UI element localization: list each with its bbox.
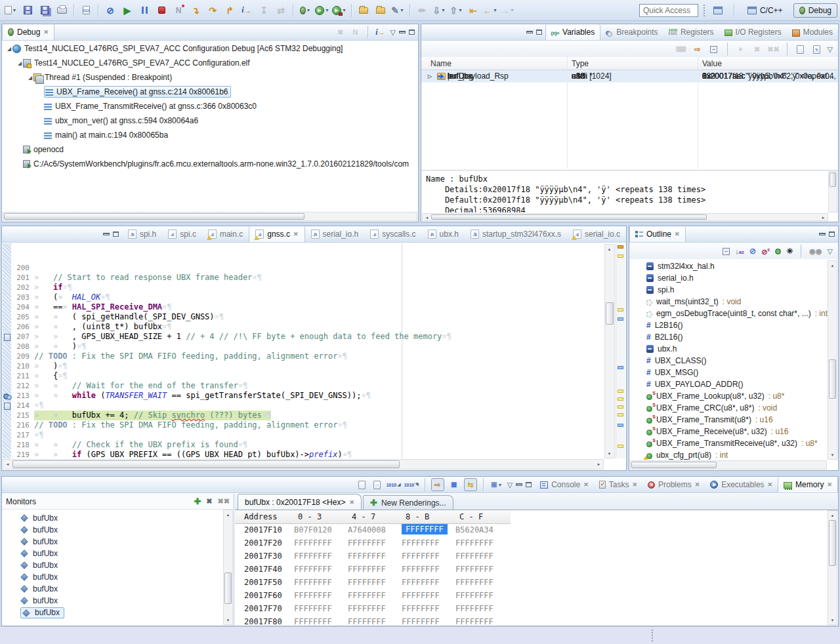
variables-view-tab[interactable]: Variables	[545, 24, 601, 40]
step-into-button[interactable]: ↴	[188, 3, 203, 18]
memory-cell[interactable]: FFFFFFFF	[348, 538, 386, 548]
memory-row[interactable]: 20017F10 B07F0120 A7640008 FFFFFFFF B562…	[235, 524, 511, 537]
maximize-icon[interactable]	[526, 482, 532, 487]
toggle-split-pane-button[interactable]: ▦	[448, 478, 461, 491]
memory-cell[interactable]: FFFFFFFF	[348, 565, 386, 574]
toggle-mark-occurrences-button[interactable]: ✏	[414, 3, 430, 18]
instruction-stepping-button[interactable]: i→	[239, 3, 255, 18]
code-line[interactable]: 220 » » » switch(spi_getTransferState(_S…	[3, 440, 604, 450]
show-logical-structure-button[interactable]: ⇨	[692, 43, 704, 55]
memory-row[interactable]: 20017F60 FFFFFFFF FFFFFFFF FFFFFFFF FFFF…	[235, 590, 511, 603]
memory-row[interactable]: 20017F70 FFFFFFFF FFFFFFFF FFFFFFFF FFFF…	[235, 603, 511, 616]
code-line[interactable]: 215 // TODO : Fix the SPI DMA FIFO feedi…	[3, 391, 604, 401]
bottom-panel-tab[interactable]: Console ✕	[535, 477, 594, 493]
disconnect-debug-button[interactable]: N	[350, 26, 362, 38]
toggle-memory-monitors-button[interactable]: ⇨	[431, 478, 444, 491]
scrollbar-thumb[interactable]	[4, 213, 304, 220]
editor-tab[interactable]: .h serial_io.h ✕	[305, 226, 365, 242]
outline-vscrollbar[interactable]: ▲ ▼	[828, 260, 837, 460]
debug-tree-row[interactable]: ◢ Test14_NUCLEO_L476RG_SPI_EVA7_ACC Conf…	[2, 41, 418, 56]
variable-row[interactable]: ▷ p ascii * 0x20017aec " 0xb5, 0x62, 0x0…	[421, 70, 838, 83]
editor-tab[interactable]: .S startup_stm32l476xx.s ✕	[465, 226, 567, 242]
memory-cell[interactable]: FFFFFFFF	[402, 524, 448, 534]
view-menu-icon[interactable]: ▽	[828, 46, 833, 53]
binary-file-button[interactable]: 010	[78, 3, 94, 18]
open-resource-button[interactable]	[373, 3, 388, 18]
close-icon[interactable]: ✕	[349, 499, 354, 506]
overview-ruler[interactable]	[616, 244, 625, 458]
export-rendering-button[interactable]: 1010◥	[404, 479, 419, 491]
editor-hscrollbar[interactable]: ◄ ►	[3, 459, 604, 470]
column-header-value[interactable]: Value	[702, 59, 722, 68]
detail-hscrollbar[interactable]: ◄ ►	[422, 213, 828, 221]
tree-expander-icon[interactable]: ◢	[27, 75, 33, 81]
previous-annotation-button[interactable]: ⇧▼	[448, 3, 464, 18]
debug-tree-row[interactable]: UBX_Frame_TransmitReceive() at gnss.c:36…	[2, 99, 418, 113]
code-line[interactable]: 205 » » , (uint8_t*) bufUbx¤¶	[3, 292, 604, 302]
outline-item[interactable]: UBX_Frame_Transmit(u8*) : u16	[629, 414, 828, 426]
memory-cell[interactable]: FFFFFFFF	[455, 552, 494, 561]
memory-row[interactable]: 20017F30 FFFFFFFF FFFFFFFF FFFFFFFF FFFF…	[235, 550, 511, 563]
code-line[interactable]: 211 » » // Wait for the end of the trans…	[3, 352, 604, 361]
external-tools-button[interactable]: ▶▼	[331, 3, 347, 18]
last-edit-location-button[interactable]: ⇤	[465, 3, 481, 18]
editor-tab[interactable]: .c serial_io.c ✕	[567, 226, 626, 242]
memory-cell[interactable]: FFFFFFFF	[348, 591, 386, 600]
variable-detail-pane[interactable]: Name : bufUbx Details:0x20017f18 "ÿÿÿÿµb…	[421, 170, 838, 222]
remove-all-monitors-icon[interactable]: ✖✖	[218, 498, 230, 505]
memory-cell[interactable]: FFFFFFFF	[455, 578, 494, 587]
memory-row[interactable]: 20017F50 FFFFFFFF FFFFFFFF FFFFFFFF FFFF…	[235, 576, 511, 590]
disconnect-button[interactable]: N	[171, 3, 186, 18]
bottom-panel-tab[interactable]: Problems ✕	[642, 477, 705, 493]
memory-vscrollbar[interactable]: ▲ ▼	[828, 510, 837, 625]
monitor-item[interactable]: bufUbx	[2, 559, 223, 571]
tab-outline[interactable]: Outline ✕	[629, 226, 686, 242]
maximize-icon[interactable]	[829, 231, 835, 237]
code-line[interactable]: 210 » {¤¶	[3, 342, 604, 352]
memory-cell[interactable]: FFFFFFFF	[348, 604, 386, 613]
outline-item[interactable]: UBX_Frame_Receive(u8*, u32) : u16	[629, 426, 828, 437]
memory-cell[interactable]: FFFFFFFF	[294, 604, 332, 613]
memory-address[interactable]: 20017F50	[244, 578, 282, 587]
outline-item[interactable]: UBX_Frame_CRC(u8*, u8*) : void	[629, 402, 828, 414]
minimize-icon[interactable]	[526, 31, 533, 33]
memory-row[interactable]: 20017F40 FFFFFFFF FFFFFFFF FFFFFFFF FFFF…	[235, 563, 511, 576]
memory-cell[interactable]: FFFFFFFF	[455, 604, 494, 613]
link-renderings-button[interactable]: ⇆	[464, 478, 477, 491]
editor-tab[interactable]: .h ubx.h ✕	[422, 226, 465, 242]
close-icon[interactable]: ✕	[768, 481, 773, 488]
outline-item[interactable]: UBX_Frame_TransmitReceive(u8*, u32) : u8…	[629, 437, 828, 449]
outline-item[interactable]: egm_osDebugTrace(uint8_t, const char*, .…	[629, 308, 828, 319]
close-icon[interactable]: ✕	[632, 481, 637, 488]
outline-item[interactable]: ubx_cfg_prt(u8) : int	[629, 449, 828, 460]
memory-cell[interactable]: FFFFFFFF	[348, 578, 386, 587]
close-icon[interactable]: ✕	[293, 231, 299, 237]
column-header-type[interactable]: Type	[572, 59, 589, 68]
new-memory-view-button[interactable]	[356, 479, 368, 491]
memory-row[interactable]: 20017F80 FFFFFFFF FFFFFFFF FFFFFFFF FFFF…	[235, 616, 511, 626]
outline-item[interactable]: spi.h	[629, 284, 828, 296]
code-line[interactable]: 221 » » » {¤¶	[3, 450, 604, 458]
code-line[interactable]: 209 » )¤¶	[3, 332, 604, 342]
run-tool-button[interactable]: ▶▼	[314, 3, 330, 18]
memory-cell[interactable]: FFFFFFFF	[294, 578, 332, 587]
code-line[interactable]: 203 » ==» HAL_SPI_Receive_DMA¤¶	[3, 273, 604, 283]
editor-vscrollbar[interactable]: ▲ ▼	[604, 244, 615, 458]
editor-tab[interactable]: .c main.c ✕	[202, 226, 249, 242]
outline-item[interactable]: L2B16()	[629, 319, 828, 331]
view-menu-icon[interactable]: ▽	[390, 29, 396, 36]
code-line[interactable]: 216 ¤¶	[3, 401, 604, 411]
collapse-all-icon[interactable]: −	[723, 248, 730, 255]
perspective-debug[interactable]: Debug	[793, 3, 837, 18]
memory-cell[interactable]: FFFFFFFF	[455, 538, 494, 548]
memory-cell[interactable]: FFFFFFFF	[294, 538, 332, 548]
edit-watch-expression-button[interactable]: ✎	[811, 43, 823, 55]
memory-cell[interactable]: FFFFFFFF	[402, 591, 440, 600]
code-line[interactable]: 202 » (» HAL_OK¤¶	[3, 263, 604, 273]
memory-cell[interactable]: FFFFFFFF	[294, 552, 332, 561]
open-perspective-button[interactable]	[710, 3, 726, 18]
memory-cell[interactable]: B07F0120	[294, 525, 332, 534]
close-icon[interactable]: ✕	[583, 481, 589, 488]
debug-tree-row[interactable]: ◢ Thread #1 (Suspended : Breakpoint)	[2, 70, 418, 85]
minimize-icon[interactable]	[516, 483, 522, 486]
